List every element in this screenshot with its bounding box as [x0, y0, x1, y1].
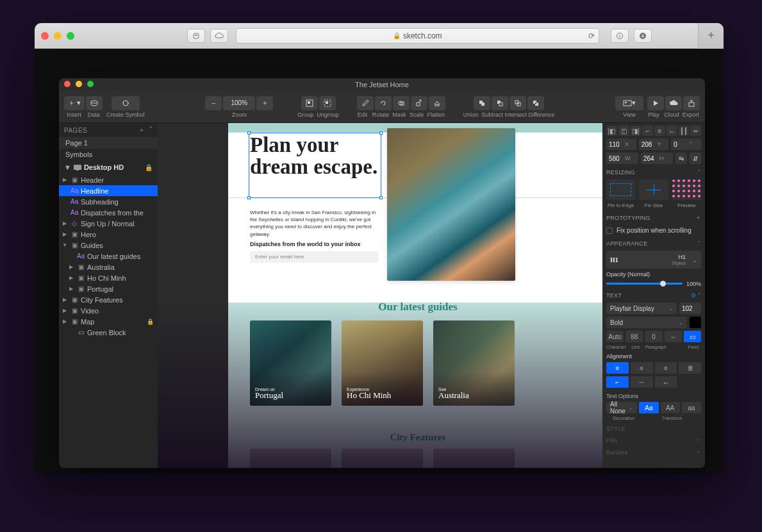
guide-card[interactable]: SeeAustralia — [433, 320, 515, 406]
font-weight-select[interactable]: Bold⌄ — [606, 317, 687, 328]
add-prototype-button[interactable]: ＋ — [695, 213, 701, 222]
pin-edge-control[interactable] — [606, 179, 635, 200]
text-align-center[interactable]: ≡ — [631, 362, 653, 374]
text-valign-bottom[interactable]: ⌙ — [655, 376, 677, 388]
zoom-in-button[interactable]: ＋ — [256, 96, 273, 110]
text-valign-mid[interactable]: ─ — [631, 376, 653, 388]
mask-button[interactable] — [393, 96, 410, 110]
align-right-button[interactable]: ◨| — [631, 126, 642, 136]
layer-row[interactable]: ▶▣Map🔒 — [59, 316, 158, 327]
difference-button[interactable] — [527, 96, 544, 110]
line-height-field[interactable]: 88 — [625, 331, 643, 342]
font-size-field[interactable]: 102 — [679, 303, 701, 314]
rotate-button[interactable] — [375, 96, 392, 110]
view-button[interactable]: ▾ — [615, 96, 643, 110]
minimize-icon[interactable] — [54, 32, 62, 40]
cloud-button[interactable] — [665, 96, 682, 110]
edit-button[interactable] — [357, 96, 374, 110]
zoom-icon[interactable] — [67, 32, 74, 40]
text-align-right[interactable]: ≡ — [655, 362, 677, 374]
subtract-button[interactable] — [492, 96, 508, 110]
layer-row[interactable]: ▶▣City Features — [59, 294, 158, 305]
font-family-select[interactable]: Playfair Display⌄ — [606, 303, 677, 314]
group-button[interactable] — [301, 96, 318, 110]
rotate-field[interactable]: 0° — [671, 138, 701, 150]
guide-card[interactable]: ExperienceHo Chi Minh — [342, 320, 423, 406]
width-field[interactable]: 580W — [606, 153, 638, 164]
layer-row[interactable]: ▭Green Block — [59, 327, 158, 338]
close-icon[interactable] — [64, 81, 70, 87]
address-bar[interactable]: 🔒 sketch.com ⟳ — [236, 28, 599, 44]
artboard[interactable]: Plan your dream escape. Whether it's a c… — [228, 123, 602, 468]
gear-icon[interactable]: ⚙ — [691, 292, 696, 299]
reload-icon[interactable]: ⟳ — [588, 31, 595, 40]
text-align-left[interactable]: ≡ — [606, 362, 629, 374]
intersect-button[interactable] — [509, 96, 526, 110]
downloads-button[interactable] — [634, 29, 652, 43]
layer-row[interactable]: ▶▣Australia — [59, 262, 158, 272]
text-style-select[interactable]: H1 H1Styles ⌄ — [606, 251, 701, 269]
transform-upper[interactable]: AA — [661, 402, 680, 413]
char-spacing-field[interactable]: Auto — [606, 331, 624, 342]
layer-row[interactable]: ▼▣Guides — [59, 240, 158, 251]
guide-card[interactable]: Dream onPortugal — [250, 320, 331, 406]
align-bottom-button[interactable]: ⌙ — [667, 126, 677, 136]
fix-scroll-checkbox[interactable]: Fix position when scrolling — [606, 226, 701, 235]
artboard-header[interactable]: ▼ Desktop HD 🔒 — [59, 160, 158, 174]
close-icon[interactable] — [41, 32, 49, 40]
text-color-swatch[interactable] — [690, 317, 701, 328]
canvas[interactable]: Plan your dream escape. Whether it's a c… — [158, 123, 602, 468]
zoom-out-button[interactable]: − — [205, 96, 222, 110]
minimize-icon[interactable] — [76, 81, 82, 87]
height-field[interactable]: 264H — [641, 153, 673, 164]
flip-v-button[interactable]: ⇵ — [690, 153, 701, 164]
distribute-h-button[interactable]: ┃┃ — [679, 126, 690, 136]
align-left-button[interactable]: |◧ — [606, 126, 617, 136]
opacity-slider[interactable]: 100% — [606, 280, 701, 287]
page-item[interactable]: Symbols — [59, 149, 158, 160]
cloud-tabs-button[interactable] — [210, 29, 228, 43]
decoration-select[interactable]: All None⌄ — [606, 402, 637, 413]
layer-row[interactable]: ▶▣Header — [59, 174, 158, 185]
union-button[interactable] — [474, 96, 490, 110]
chevron-down-icon[interactable]: ˅ — [698, 292, 701, 299]
layer-row[interactable]: AaHeadline — [59, 185, 158, 196]
layer-row[interactable]: ▶▣Hero — [59, 229, 158, 240]
pos-y-field[interactable]: 208Y — [639, 138, 669, 150]
add-page-button[interactable]: ＋ — [138, 126, 145, 135]
ungroup-button[interactable] — [319, 96, 336, 110]
layer-row[interactable]: AaOur latest guides — [59, 251, 158, 262]
zoom-display[interactable]: 100% — [223, 96, 255, 110]
fix-size-control[interactable] — [639, 179, 668, 200]
new-tab-button[interactable]: + — [698, 23, 724, 49]
layer-row[interactable]: AaDispatches from the — [59, 207, 158, 218]
align-hcenter-button[interactable]: ◫ — [618, 126, 629, 136]
email-input[interactable]: Enter your email here — [250, 251, 378, 263]
scale-button[interactable] — [411, 96, 427, 110]
layer-row[interactable]: ▶▣Ho Chi Minh — [59, 272, 158, 283]
create-symbol-button[interactable] — [112, 96, 140, 110]
paragraph-spacing-field[interactable]: 0 — [645, 331, 662, 342]
reader-button[interactable] — [611, 29, 629, 43]
pos-x-field[interactable]: 110X — [606, 138, 636, 150]
distribute-v-button[interactable]: ═ — [690, 126, 701, 136]
chevron-down-icon[interactable]: ˅ — [698, 240, 701, 247]
flatten-button[interactable] — [429, 96, 445, 110]
text-box-fixed[interactable]: ▭ — [684, 331, 701, 342]
chevron-down-icon[interactable]: ˅ — [698, 169, 701, 176]
align-vcenter-button[interactable]: ≡ — [654, 126, 665, 136]
collapse-pages-button[interactable]: ˄ — [149, 126, 153, 135]
flip-h-button[interactable]: ⇋ — [675, 153, 687, 164]
zoom-icon[interactable] — [87, 81, 94, 87]
layer-row[interactable]: ▶◇Sign Up / Normal — [59, 218, 158, 229]
privacy-report-button[interactable] — [187, 29, 205, 43]
layer-row[interactable]: ▶▣Portugal — [59, 283, 158, 294]
page-item[interactable]: Page 1 — [59, 137, 158, 149]
text-align-justify[interactable]: ≣ — [679, 362, 701, 374]
layer-row[interactable]: ▶▣Video — [59, 305, 158, 316]
play-button[interactable] — [647, 96, 664, 110]
transform-lower[interactable]: aa — [682, 402, 701, 413]
align-top-button[interactable]: ⌐ — [642, 126, 653, 136]
text-valign-top[interactable]: ⌐ — [606, 376, 629, 388]
data-button[interactable] — [86, 96, 103, 110]
